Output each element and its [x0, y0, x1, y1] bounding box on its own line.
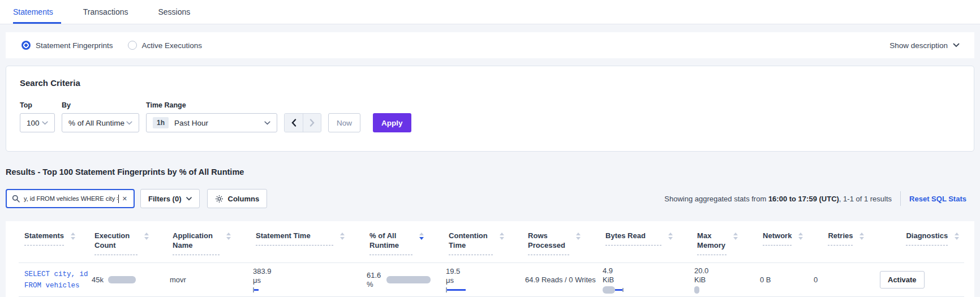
time-range-badge: 1h [153, 117, 169, 128]
column-header-diagnostics[interactable]: Diagnostics [883, 231, 969, 246]
bytes-read-value: 4.9 [603, 266, 689, 276]
chevron-down-icon [953, 43, 960, 48]
sort-arrows-icon [419, 233, 424, 240]
column-header-label: Contention Time [449, 231, 493, 255]
column-header-retries[interactable]: Retries [822, 231, 883, 246]
next-time-range-button[interactable] [303, 114, 321, 132]
cell-contention-time: 19.5 μs [440, 267, 521, 292]
statements-page: Statements Transactions Sessions Stateme… [0, 0, 980, 297]
contention-value: 19.5 [446, 267, 521, 276]
runtime-unit: % [367, 280, 381, 289]
text-caret [118, 195, 119, 203]
time-range-label: Time Range [146, 101, 277, 109]
top-select-value: 100 [27, 119, 40, 127]
column-header-label: Retries [828, 231, 853, 246]
table-header-row: Statements Execution Count Application N… [19, 231, 964, 263]
time-range-select[interactable]: 1h Past Hour [146, 113, 277, 132]
tab-statements[interactable]: Statements [13, 1, 53, 24]
cell-network: 0 B [754, 276, 808, 284]
runtime-value: 61.6 [367, 271, 381, 280]
search-input-value: y, id FROM vehicles WHERE city = $1 [24, 195, 118, 202]
column-header-runtime[interactable]: % of All Runtime [364, 231, 443, 255]
max-memory-unit: KiB [694, 276, 754, 285]
sort-arrows-icon [500, 233, 504, 240]
cell-max-memory: 20.0 KiB [689, 266, 754, 294]
bytes-read-bar [603, 286, 689, 294]
top-label: Top [20, 101, 55, 109]
radio-active-executions[interactable]: Active Executions [128, 41, 203, 50]
search-icon [12, 195, 20, 203]
column-header-statements[interactable]: Statements [19, 231, 94, 246]
chevron-down-icon [186, 197, 192, 201]
cell-application-name: movr [165, 276, 247, 284]
column-header-bytes-read[interactable]: Bytes Read [600, 231, 692, 246]
statement-fingerprint-link[interactable]: SELECT city, id FROM vehicles [24, 269, 92, 291]
columns-button[interactable]: Columns [207, 189, 268, 208]
column-header-label: Rows Processed [528, 231, 569, 255]
application-name-value: movr [170, 276, 186, 284]
top-field: Top 100 [20, 101, 55, 132]
clear-search-icon[interactable]: ✕ [120, 194, 130, 204]
tab-sessions[interactable]: Sessions [158, 1, 190, 24]
cell-runtime: 61.6 % [361, 271, 440, 289]
column-header-label: % of All Runtime [369, 231, 412, 255]
column-header-statement-time[interactable]: Statement Time [250, 231, 364, 246]
sort-arrows-icon [71, 233, 75, 240]
now-button[interactable]: Now [328, 113, 360, 132]
column-header-label: Application Name [173, 231, 220, 255]
column-header-network[interactable]: Network [757, 231, 822, 246]
statement-time-bar [253, 287, 361, 292]
column-header-label: Statements [24, 231, 64, 246]
stats-prefix: Showing aggregated stats from [664, 195, 768, 203]
search-criteria-panel: Search Criteria Top 100 By % of All Runt… [6, 66, 974, 152]
radio-label: Statement Fingerprints [36, 41, 113, 50]
statements-table: Statements Execution Count Application N… [6, 221, 974, 297]
reset-sql-stats-link[interactable]: Reset SQL Stats [909, 195, 966, 203]
by-select[interactable]: % of All Runtime [62, 113, 139, 132]
tab-bar: Statements Transactions Sessions [0, 0, 980, 24]
previous-time-range-button[interactable] [285, 114, 303, 132]
column-header-rows-processed[interactable]: Rows Processed [523, 231, 600, 255]
filters-button-label: Filters (0) [148, 195, 182, 203]
show-description-toggle[interactable]: Show description [889, 41, 960, 50]
table-row: SELECT city, id FROM vehicles 45k movr 3… [19, 263, 964, 297]
column-header-application-name[interactable]: Application Name [168, 231, 250, 255]
cell-retries: 0 [808, 276, 857, 284]
top-select[interactable]: 100 [20, 113, 55, 132]
sort-arrows-icon [733, 233, 738, 240]
column-header-max-memory[interactable]: Max Memory [692, 231, 757, 255]
search-input[interactable]: y, id FROM vehicles WHERE city = $1 ✕ [6, 189, 135, 208]
sort-arrows-icon [859, 233, 864, 240]
search-criteria-title: Search Criteria [20, 78, 960, 88]
cell-diagnostics: Activate [857, 271, 964, 289]
column-header-label: Max Memory [697, 231, 727, 255]
gear-icon [215, 195, 223, 203]
activate-diagnostics-button[interactable]: Activate [880, 271, 925, 289]
contention-unit: μs [446, 276, 521, 285]
view-mode-panel: Statement Fingerprints Active Executions… [6, 32, 974, 58]
chevron-right-icon [310, 119, 315, 127]
time-range-value: Past Hour [174, 119, 208, 127]
execution-count-bar [108, 276, 136, 283]
column-header-label: Network [763, 231, 792, 246]
results-toolbar: y, id FROM vehicles WHERE city = $1 ✕ Fi… [6, 189, 974, 208]
filters-button[interactable]: Filters (0) [140, 189, 200, 208]
tab-transactions[interactable]: Transactions [83, 1, 128, 24]
time-range-pager [284, 113, 321, 132]
sort-arrows-icon [955, 233, 959, 240]
sort-arrows-icon [340, 233, 345, 240]
statement-time-value: 383.9 [253, 267, 361, 276]
sort-arrows-icon [144, 233, 149, 240]
chevron-down-icon [126, 121, 132, 125]
column-header-contention-time[interactable]: Contention Time [443, 231, 523, 255]
max-memory-value: 20.0 [694, 266, 754, 276]
radio-label: Active Executions [142, 41, 203, 50]
cell-bytes-read: 4.9 KiB [597, 266, 689, 294]
runtime-bar [386, 276, 431, 283]
statement-time-unit: μs [253, 276, 361, 285]
stats-suffix: , 1-1 of 1 results [839, 195, 892, 203]
apply-button[interactable]: Apply [373, 113, 411, 132]
column-header-execution-count[interactable]: Execution Count [94, 231, 168, 255]
chevron-down-icon [42, 121, 48, 125]
radio-statement-fingerprints[interactable]: Statement Fingerprints [22, 41, 113, 50]
